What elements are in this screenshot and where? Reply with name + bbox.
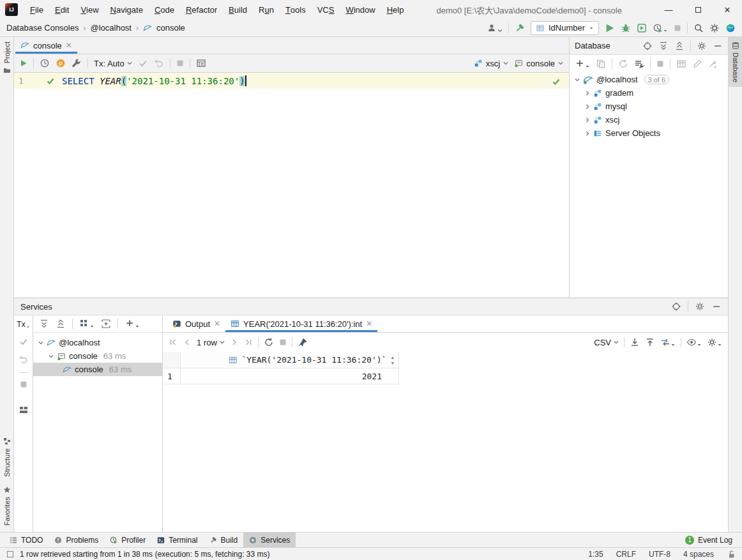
chevron-collapsed-icon[interactable] — [585, 104, 590, 109]
db-tree-item-gradem[interactable]: gradem — [570, 86, 728, 100]
tx-mode-button[interactable]: Tx — [17, 320, 29, 329]
close-tab-icon[interactable]: ✕ — [366, 319, 372, 328]
tool-tab-services[interactable]: Services — [243, 533, 296, 547]
menu-window[interactable]: Window — [340, 0, 381, 19]
db-tree-item-xscj[interactable]: xscj — [570, 113, 728, 126]
chevron-expanded-icon[interactable] — [575, 77, 580, 82]
line-separator[interactable]: CRLF — [616, 550, 636, 559]
export-format-select[interactable]: CSV — [594, 338, 619, 347]
export-download-icon[interactable] — [630, 337, 640, 347]
breadcrumb-console[interactable]: console — [156, 23, 185, 33]
menu-run[interactable]: Run — [253, 0, 280, 19]
grid-settings-gear-icon[interactable] — [707, 337, 722, 347]
tool-tab-problems[interactable]: Problems — [49, 533, 104, 547]
session-selector[interactable]: console — [514, 59, 563, 68]
menu-code[interactable]: Code — [149, 0, 180, 19]
collapse-all-icon[interactable] — [674, 41, 685, 51]
search-everywhere-icon[interactable] — [693, 23, 704, 33]
db-tree-item-mysql[interactable]: mysql — [570, 100, 728, 113]
tool-tab-favorites[interactable]: Favorites — [0, 481, 13, 532]
run-button[interactable] — [605, 23, 615, 33]
sort-icon[interactable]: ▴▾ — [390, 354, 395, 366]
close-tab-icon[interactable]: ✕ — [214, 319, 220, 328]
debug-bug-icon[interactable] — [621, 23, 631, 33]
compare-icon[interactable] — [660, 337, 676, 347]
settings-gear-icon[interactable] — [709, 23, 720, 33]
chevron-collapsed-icon[interactable] — [585, 131, 590, 136]
chevron-collapsed-icon[interactable] — [585, 91, 590, 96]
console-settings-wrench-icon[interactable] — [72, 58, 82, 68]
menu-navigate[interactable]: Navigate — [105, 0, 149, 19]
grid-row-1[interactable]: 1 2021 — [163, 368, 728, 384]
run-configuration-select[interactable]: IdNumber — [531, 21, 599, 35]
schema-selector[interactable]: xscj — [474, 59, 508, 68]
tool-tab-build[interactable]: Build — [204, 533, 244, 547]
parameters-icon[interactable]: p — [56, 58, 66, 68]
tool-tab-structure[interactable]: Structure — [0, 433, 13, 481]
value-cell[interactable]: 2021 — [181, 368, 399, 384]
tx-mode-select[interactable]: Tx: Auto — [94, 59, 132, 68]
menu-file[interactable]: File — [24, 0, 49, 19]
jdbc-console-icon[interactable] — [634, 59, 644, 69]
hide-panel-icon[interactable] — [713, 41, 723, 51]
locate-icon[interactable] — [642, 41, 653, 51]
indent-setting[interactable]: 4 spaces — [683, 550, 714, 559]
db-tree-root-localhost[interactable]: @localhost 3 of 6 — [570, 73, 728, 86]
chevron-expanded-icon[interactable] — [38, 340, 43, 345]
layout-icon[interactable] — [19, 405, 29, 415]
close-button[interactable]: ✕ — [713, 0, 742, 19]
menu-refactor[interactable]: Refactor — [180, 0, 223, 19]
caret-position[interactable]: 1:35 — [588, 550, 603, 559]
db-tree-item-server-objects[interactable]: Server Objects — [570, 126, 728, 140]
readonly-lock-icon[interactable] — [727, 550, 736, 559]
tool-tab-todo[interactable]: TODO — [4, 533, 49, 547]
add-datasource-button[interactable] — [575, 59, 590, 69]
collapse-all-icon[interactable] — [56, 319, 66, 329]
add-button[interactable] — [125, 319, 140, 329]
editor-tab-console[interactable]: console ✕ — [15, 37, 77, 54]
menu-view[interactable]: View — [75, 0, 104, 19]
locate-icon[interactable] — [671, 301, 681, 312]
inspections-ok-check-icon[interactable] — [552, 78, 560, 86]
tab-result-year[interactable]: YEAR('2021-10-31 11:36:20'):int ✕ — [225, 315, 377, 332]
menu-build[interactable]: Build — [223, 0, 253, 19]
add-service-frame-icon[interactable] — [101, 319, 111, 329]
visible-schemas-badge[interactable]: 3 of 6 — [644, 75, 670, 84]
event-log-button[interactable]: 1 Event Log — [679, 533, 738, 547]
svc-tree-session-console[interactable]: console 63 ms — [33, 349, 162, 363]
reload-page-icon[interactable] — [264, 337, 274, 347]
maximize-button[interactable] — [683, 0, 713, 19]
tab-output[interactable]: Output ✕ — [167, 315, 225, 332]
svc-tree-result-console[interactable]: console 63 ms — [33, 363, 162, 376]
menu-help[interactable]: Help — [381, 0, 410, 19]
expand-all-icon[interactable] — [658, 41, 669, 51]
panel-settings-gear-icon[interactable] — [695, 301, 705, 312]
row-number-header[interactable] — [163, 352, 181, 368]
minimize-button[interactable]: — — [654, 0, 683, 19]
build-hammer-icon[interactable] — [515, 23, 525, 33]
hide-panel-icon[interactable] — [711, 301, 722, 312]
chevron-collapsed-icon[interactable] — [585, 117, 590, 123]
view-options-eye-icon[interactable] — [686, 337, 702, 347]
file-encoding[interactable]: UTF-8 — [649, 550, 670, 559]
import-upload-icon[interactable] — [645, 337, 655, 347]
panel-settings-gear-icon[interactable] — [697, 41, 707, 51]
page-size-select[interactable]: 1 row — [197, 338, 225, 347]
close-tab-icon[interactable]: ✕ — [66, 41, 72, 50]
run-with-coverage-icon[interactable] — [637, 23, 647, 33]
tool-tab-database[interactable]: Database — [729, 37, 742, 87]
menu-vcs[interactable]: VCS — [312, 0, 340, 19]
pin-tab-icon[interactable] — [298, 337, 308, 347]
menu-edit[interactable]: Edit — [49, 0, 75, 19]
breadcrumb-database-consoles[interactable]: Database Consoles — [6, 23, 79, 33]
row-number-cell[interactable]: 1 — [163, 368, 181, 384]
breadcrumb-localhost[interactable]: @localhost — [90, 23, 132, 33]
group-by-icon[interactable] — [79, 319, 95, 329]
menu-tools[interactable]: Tools — [280, 0, 312, 19]
column-header[interactable]: `YEAR('2021-10-31 11:36:20')` ▴▾ — [181, 352, 399, 368]
chevron-expanded-icon[interactable] — [49, 354, 54, 359]
gradle-sphere-icon[interactable] — [725, 23, 736, 33]
svc-tree-localhost[interactable]: @localhost — [33, 336, 162, 349]
history-clock-icon[interactable] — [40, 58, 50, 68]
code-with-me-users-icon[interactable] — [487, 23, 503, 33]
